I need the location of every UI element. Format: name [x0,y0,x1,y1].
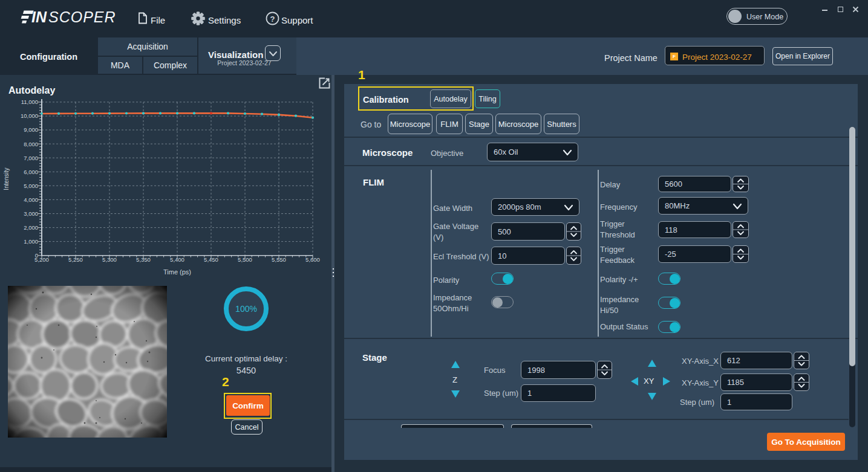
svg-text:5,300: 5,300 [102,256,117,263]
svg-text:5,400: 5,400 [170,256,184,263]
svg-text:8,000: 8,000 [24,141,38,147]
svg-text:SCOPER: SCOPER [48,8,116,24]
svg-text:9,000: 9,000 [24,126,38,133]
svg-text:1,000: 1,000 [24,238,38,245]
svg-text:Time (ps): Time (ps) [163,268,191,276]
svg-text:5,000: 5,000 [24,183,38,189]
svg-text:11,000: 11,000 [21,99,38,105]
svg-text:3,000: 3,000 [24,210,38,217]
svg-text:6,000: 6,000 [24,169,38,175]
svg-text:IN: IN [31,8,47,24]
svg-text:2,000: 2,000 [24,224,38,231]
svg-text:5,350: 5,350 [136,256,151,263]
svg-text:5,550: 5,550 [272,256,286,263]
svg-text:5,600: 5,600 [305,256,320,263]
svg-text:5,200: 5,200 [34,256,49,263]
svg-text:10,000: 10,000 [21,112,38,119]
svg-text:?: ? [270,15,275,24]
svg-text:7,000: 7,000 [24,155,38,161]
svg-text:Intensity: Intensity [3,167,10,190]
svg-text:5,250: 5,250 [68,256,83,263]
svg-text:4,000: 4,000 [24,196,38,203]
svg-text:5,500: 5,500 [238,256,252,263]
svg-text:5,450: 5,450 [204,256,218,263]
